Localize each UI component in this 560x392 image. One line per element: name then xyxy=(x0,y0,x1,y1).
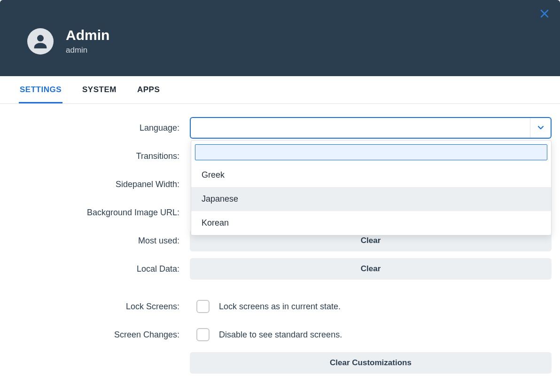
language-option-japanese[interactable]: Japanese xyxy=(191,187,551,211)
screen-changes-caption: Disable to see standard screens. xyxy=(219,330,342,340)
language-option-greek[interactable]: Greek xyxy=(191,163,551,187)
chevron-down-icon xyxy=(537,125,544,130)
language-select-caret xyxy=(530,118,551,138)
tab-system[interactable]: SYSTEM xyxy=(81,77,117,103)
profile-name: Admin xyxy=(66,27,109,43)
lock-screens-checkbox[interactable] xyxy=(196,300,210,313)
tab-settings[interactable]: SETTINGS xyxy=(19,77,62,103)
language-label: Language: xyxy=(8,123,190,133)
dialog-header: Admin admin xyxy=(0,0,560,76)
clear-customizations-button[interactable]: Clear Customizations xyxy=(190,352,552,374)
language-dropdown: Greek Japanese Korean xyxy=(191,140,552,235)
sidepanel-width-label: Sidepanel Width: xyxy=(8,180,190,189)
clear-local-data-button[interactable]: Clear xyxy=(190,258,552,280)
screen-changes-label: Screen Changes: xyxy=(8,330,190,340)
lock-screens-label: Lock Screens: xyxy=(8,302,190,312)
language-option-korean[interactable]: Korean xyxy=(191,211,551,235)
user-icon xyxy=(31,32,50,51)
profile-section: Admin admin xyxy=(27,27,109,55)
background-image-url-label: Background Image URL: xyxy=(8,208,190,218)
transitions-label: Transitions: xyxy=(8,151,190,161)
local-data-label: Local Data: xyxy=(8,264,190,274)
most-used-label: Most used: xyxy=(8,236,190,246)
language-select-value xyxy=(191,118,530,138)
language-dropdown-search-input[interactable] xyxy=(195,144,547,160)
close-icon xyxy=(540,9,549,18)
tab-apps[interactable]: APPS xyxy=(136,77,161,103)
close-button[interactable] xyxy=(539,8,550,19)
settings-form: Language: Transitions: Sidepanel Width: … xyxy=(0,104,560,374)
language-dropdown-search-wrap xyxy=(195,144,547,160)
profile-username: admin xyxy=(66,46,109,55)
svg-point-2 xyxy=(37,35,44,41)
avatar xyxy=(27,28,54,55)
language-select[interactable] xyxy=(190,117,552,139)
tab-bar: SETTINGS SYSTEM APPS xyxy=(0,76,560,104)
screen-changes-checkbox[interactable] xyxy=(196,328,210,341)
lock-screens-caption: Lock screens as in current state. xyxy=(219,302,341,312)
